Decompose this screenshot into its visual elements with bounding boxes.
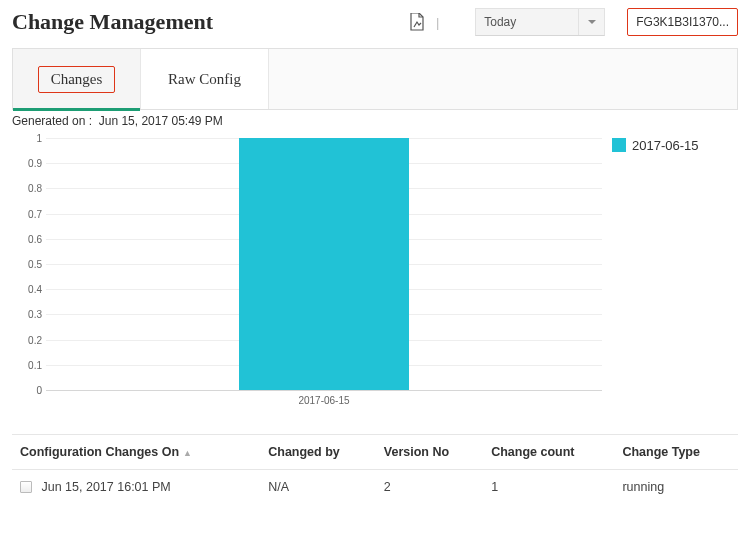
- tab-changes-label: Changes: [38, 66, 116, 93]
- y-tick-label: 0.8: [16, 183, 42, 194]
- x-tick-label: 2017-06-15: [298, 395, 349, 406]
- legend-swatch: [612, 138, 626, 152]
- cell-changed-by: N/A: [260, 470, 376, 505]
- chart-area: 00.10.20.30.40.50.60.70.80.912017-06-15 …: [12, 130, 738, 410]
- y-tick-label: 0.5: [16, 259, 42, 270]
- chart-legend: 2017-06-15: [612, 130, 699, 410]
- col-change-type[interactable]: Change Type: [614, 435, 738, 470]
- y-tick-label: 0.9: [16, 158, 42, 169]
- cell-date: Jun 15, 2017 16:01 PM: [41, 480, 170, 494]
- row-icon: [20, 481, 32, 493]
- date-filter-dropdown[interactable]: Today: [475, 8, 605, 36]
- y-tick-label: 0.4: [16, 284, 42, 295]
- y-tick-label: 0.6: [16, 233, 42, 244]
- generated-on: Generated on : Jun 15, 2017 05:49 PM: [0, 110, 750, 130]
- col-change-count[interactable]: Change count: [483, 435, 614, 470]
- cell-count: 1: [483, 470, 614, 505]
- separator: |: [436, 15, 439, 30]
- y-tick-label: 0: [16, 385, 42, 396]
- y-tick-label: 0.1: [16, 359, 42, 370]
- tabs: Changes Raw Config: [12, 48, 738, 110]
- header: Change Management | Today FG3K1B3I1370..…: [0, 0, 750, 40]
- export-pdf-button[interactable]: [408, 12, 426, 32]
- y-tick-label: 0.7: [16, 208, 42, 219]
- col-changed-by[interactable]: Changed by: [260, 435, 376, 470]
- y-tick-label: 0.2: [16, 334, 42, 345]
- y-tick-label: 0.3: [16, 309, 42, 320]
- col-config-changes-on[interactable]: Configuration Changes On▲: [12, 435, 260, 470]
- generated-value: Jun 15, 2017 05:49 PM: [99, 114, 223, 128]
- bar: [239, 138, 409, 390]
- device-id-label: FG3K1B3I1370...: [636, 15, 729, 29]
- pdf-icon: [409, 13, 425, 31]
- bar-chart: 00.10.20.30.40.50.60.70.80.912017-06-15: [12, 130, 612, 410]
- tab-raw-config-label: Raw Config: [168, 71, 241, 88]
- chevron-down-icon: [578, 9, 604, 35]
- generated-label: Generated on :: [12, 114, 92, 128]
- table-row[interactable]: Jun 15, 2017 16:01 PM N/A 2 1 running: [12, 470, 738, 505]
- col-version-no[interactable]: Version No: [376, 435, 483, 470]
- tab-changes[interactable]: Changes: [13, 49, 141, 109]
- tab-raw-config[interactable]: Raw Config: [141, 49, 269, 109]
- device-selector[interactable]: FG3K1B3I1370...: [627, 8, 738, 36]
- page-title: Change Management: [12, 9, 400, 35]
- y-tick-label: 1: [16, 133, 42, 144]
- cell-version: 2: [376, 470, 483, 505]
- sort-icon: ▲: [183, 449, 192, 458]
- legend-label: 2017-06-15: [632, 138, 699, 153]
- cell-type: running: [614, 470, 738, 505]
- changes-table: Configuration Changes On▲ Changed by Ver…: [12, 434, 738, 504]
